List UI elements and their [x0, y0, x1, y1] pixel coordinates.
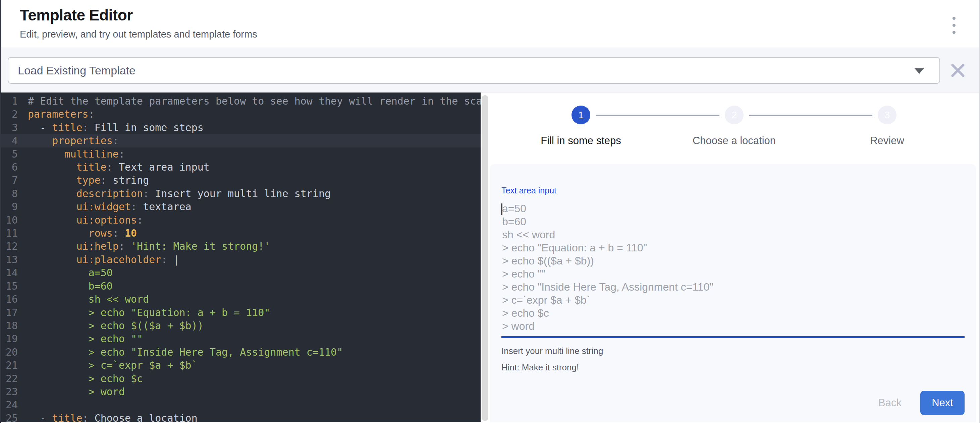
- page-header: Template Editor Edit, preview, and try o…: [1, 0, 979, 48]
- stepper-connector: [596, 115, 719, 116]
- template-loader-row: Load Existing Template: [1, 48, 979, 92]
- load-template-select-value: Load Existing Template: [18, 64, 135, 77]
- editor-scrollbar-track[interactable]: [480, 92, 489, 422]
- line-number: 2: [1, 108, 18, 120]
- clear-selection-button[interactable]: [948, 61, 967, 80]
- code-line[interactable]: 20 > echo "Inside Here Tag, Assignment c…: [1, 345, 480, 359]
- text-cursor: [501, 203, 503, 215]
- code-line[interactable]: 2parameters:: [1, 108, 480, 120]
- code-line[interactable]: 7 type: string: [1, 174, 480, 187]
- preview-panel: 1 2 3 Fill in some steps Choose a locati…: [489, 92, 979, 422]
- code-text: ui:placeholder: |: [18, 253, 180, 266]
- editor-scrollbar-thumb[interactable]: [482, 95, 488, 421]
- code-text: # Edit the template parameters below to …: [18, 95, 480, 108]
- code-text: > echo "": [18, 332, 143, 345]
- line-number: 25: [1, 412, 18, 422]
- code-text: > echo "Equation: a + b = 110": [18, 306, 270, 319]
- close-icon: [948, 61, 967, 80]
- code-line[interactable]: 25 - title: Choose a location: [1, 412, 480, 422]
- stepper-label-fill-in-some-steps: Fill in some steps: [541, 135, 621, 147]
- line-number: 24: [1, 398, 18, 411]
- code-line[interactable]: 11 rows: 10: [1, 227, 480, 240]
- code-text: sh << word: [18, 293, 149, 306]
- back-button[interactable]: Back: [873, 393, 907, 412]
- line-number: 15: [1, 280, 18, 293]
- code-line[interactable]: 15 b=60: [1, 280, 480, 293]
- code-line[interactable]: 23 > word: [1, 385, 480, 398]
- step-number: 2: [732, 109, 737, 120]
- textarea-line: > echo $(($a + $b)): [502, 254, 964, 268]
- line-number: 9: [1, 200, 18, 213]
- textarea-line: > echo "": [502, 268, 964, 280]
- line-number: 18: [1, 319, 18, 332]
- next-button[interactable]: Next: [920, 391, 964, 415]
- stepper-label-review: Review: [870, 135, 904, 147]
- stepper-connector: [749, 115, 872, 116]
- code-text: parameters:: [18, 108, 95, 120]
- code-line[interactable]: 21 > c=`expr $a + $b`: [1, 359, 480, 372]
- code-text: ui:help: 'Hint: Make it strong!': [18, 240, 270, 253]
- stepper-step-2[interactable]: 2: [725, 106, 743, 124]
- line-number: 19: [1, 332, 18, 345]
- code-line[interactable]: 18 > echo $(($a + $b)): [1, 319, 480, 332]
- multiline-textarea[interactable]: a=50b=60sh << word> echo "Equation: a + …: [501, 202, 964, 333]
- textarea-line: sh << word: [502, 228, 964, 241]
- code-line[interactable]: 10 ui:options:: [1, 214, 480, 227]
- stepper-step-1[interactable]: 1: [571, 106, 590, 124]
- load-template-select[interactable]: Load Existing Template: [8, 57, 940, 84]
- line-number: 17: [1, 306, 18, 319]
- code-line[interactable]: 12 ui:help: 'Hint: Make it strong!': [1, 240, 480, 253]
- dropdown-caret-icon: [915, 68, 924, 74]
- line-number: 23: [1, 385, 18, 398]
- line-number: 6: [1, 160, 18, 174]
- form-actions: Back Next: [501, 391, 964, 415]
- step-number: 1: [578, 109, 584, 120]
- code-line[interactable]: 17 > echo "Equation: a + b = 110": [1, 306, 480, 319]
- step-number: 3: [885, 109, 890, 120]
- code-line[interactable]: 24: [1, 398, 480, 411]
- code-line[interactable]: 16 sh << word: [1, 293, 480, 306]
- form-card: Text area input a=50b=60sh << word> echo…: [490, 164, 976, 422]
- stepper-step-3[interactable]: 3: [878, 106, 896, 124]
- page-title: Template Editor: [20, 6, 133, 24]
- code-line[interactable]: 1# Edit the template parameters below to…: [1, 95, 480, 108]
- page-subtitle: Edit, preview, and try out templates and…: [20, 29, 257, 40]
- yaml-editor[interactable]: 1# Edit the template parameters below to…: [1, 92, 480, 422]
- textarea-line: a=50: [502, 202, 964, 215]
- code-text: ui:widget: textarea: [18, 200, 191, 213]
- stepper-label-choose-a-location: Choose a location: [692, 135, 776, 147]
- textarea-line: b=60: [502, 215, 964, 228]
- code-text: a=50: [18, 266, 113, 279]
- code-text: - title: Choose a location: [18, 412, 197, 422]
- code-line[interactable]: 4 properties:: [1, 134, 480, 147]
- textarea-line: > echo $c: [502, 307, 964, 320]
- yaml-editor-lines: 1# Edit the template parameters below to…: [1, 95, 480, 422]
- line-number: 22: [1, 372, 18, 385]
- code-text: ui:options:: [18, 214, 143, 227]
- code-text: [18, 398, 28, 411]
- code-line[interactable]: 6 title: Text area input: [1, 160, 480, 174]
- field-description: Insert your multi line string: [501, 346, 964, 356]
- code-text: - title: Fill in some steps: [18, 121, 204, 134]
- kebab-menu-icon[interactable]: [947, 14, 961, 36]
- code-line[interactable]: 8 description: Insert your multi line st…: [1, 187, 480, 200]
- code-line[interactable]: 13 ui:placeholder: |: [1, 253, 480, 266]
- code-line[interactable]: 3 - title: Fill in some steps: [1, 121, 480, 134]
- code-line[interactable]: 14 a=50: [1, 266, 480, 279]
- main-split: 1# Edit the template parameters below to…: [1, 92, 979, 422]
- textarea-focus-underline: [501, 336, 964, 338]
- code-line[interactable]: 22 > echo $c: [1, 372, 480, 385]
- textarea-line: > echo "Inside Here Tag, Assignment c=11…: [502, 280, 964, 294]
- code-text: > echo $(($a + $b)): [18, 319, 204, 332]
- code-text: > word: [18, 385, 125, 398]
- code-line[interactable]: 5 multiline:: [1, 147, 480, 160]
- textarea-line: > c=`expr $a + $b`: [502, 294, 964, 307]
- textarea-lines: a=50b=60sh << word> echo "Equation: a + …: [502, 202, 964, 333]
- code-line[interactable]: 9 ui:widget: textarea: [1, 200, 480, 213]
- line-number: 1: [1, 95, 18, 108]
- code-text: multiline:: [18, 147, 125, 160]
- code-line[interactable]: 19 > echo "": [1, 332, 480, 345]
- line-number: 10: [1, 214, 18, 227]
- code-text: > echo "Inside Here Tag, Assignment c=11…: [18, 345, 343, 359]
- line-number: 5: [1, 147, 18, 160]
